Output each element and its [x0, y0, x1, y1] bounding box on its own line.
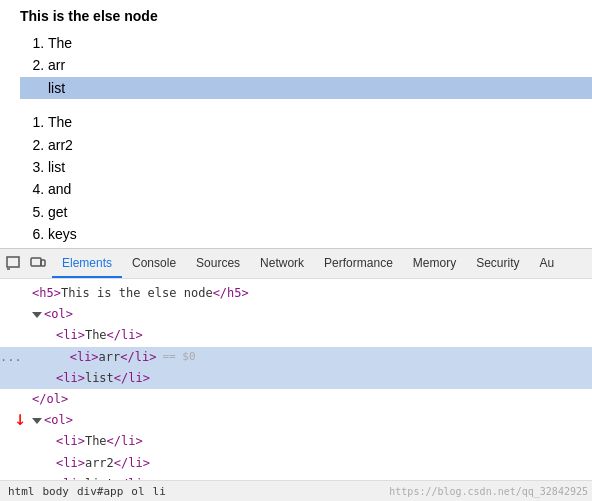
device-toggle-icon[interactable] [28, 254, 48, 274]
tab-elements[interactable]: Elements [52, 249, 122, 278]
tree-toggle[interactable] [32, 418, 42, 424]
tab-au[interactable]: Au [530, 249, 565, 278]
breadcrumb-ol[interactable]: ol [131, 485, 144, 498]
list-item-highlighted: list [20, 77, 592, 99]
breadcrumb-div[interactable]: div#app [77, 485, 123, 498]
devtools-panel: Elements Console Sources Network Perform… [0, 248, 592, 501]
tab-performance[interactable]: Performance [314, 249, 403, 278]
list-section-1: The arr list [20, 32, 572, 99]
dom-line: <li>The</li> [0, 325, 592, 346]
list-item: list [48, 156, 572, 178]
watermark: https://blog.csdn.net/qq_32842925 [389, 486, 588, 497]
dom-line: <ol> [0, 304, 592, 325]
list-section-2: The arr2 list and get keys [20, 111, 572, 245]
list-item: The [48, 32, 572, 54]
ordered-list-2: The arr2 list and get keys [20, 111, 572, 245]
dom-line: <li>The</li> [0, 431, 592, 452]
ordered-list-1: The arr list [20, 32, 572, 99]
svg-rect-3 [41, 260, 45, 266]
devtools-dom-tree[interactable]: <h5>This is the else node</h5> <ol> <li>… [0, 279, 592, 480]
dom-line: <ol> ↓ [0, 410, 592, 431]
tab-memory[interactable]: Memory [403, 249, 466, 278]
tab-network[interactable]: Network [250, 249, 314, 278]
list-item: get [48, 201, 572, 223]
dom-line: <h5>This is the else node</h5> [0, 283, 592, 304]
tab-security[interactable]: Security [466, 249, 529, 278]
dom-line-highlighted: <li>list</li> [0, 368, 592, 389]
dom-line: <li>arr2</li> [0, 453, 592, 474]
content-area: This is the else node The arr list The a… [0, 0, 592, 248]
list-item: arr2 [48, 134, 572, 156]
tree-toggle[interactable] [32, 312, 42, 318]
list-item: and [48, 178, 572, 200]
list-item: The [48, 111, 572, 133]
list-item: keys [48, 223, 572, 245]
devtools-breadcrumb: html body div#app ol li https://blog.csd… [0, 480, 592, 501]
dom-line-highlighted: ... <li>arr</li> == $0 [0, 347, 592, 368]
devtools-tab-bar: Elements Console Sources Network Perform… [0, 249, 592, 279]
breadcrumb-body[interactable]: body [43, 485, 70, 498]
breadcrumb-li[interactable]: li [153, 485, 166, 498]
inspect-icon[interactable] [4, 254, 24, 274]
list-item: arr [48, 54, 572, 76]
svg-rect-0 [7, 257, 19, 267]
page-title: This is the else node [20, 8, 572, 24]
tab-sources[interactable]: Sources [186, 249, 250, 278]
tab-console[interactable]: Console [122, 249, 186, 278]
breadcrumb-html[interactable]: html [8, 485, 35, 498]
svg-rect-2 [31, 258, 41, 266]
dom-line: </ol> [0, 389, 592, 410]
